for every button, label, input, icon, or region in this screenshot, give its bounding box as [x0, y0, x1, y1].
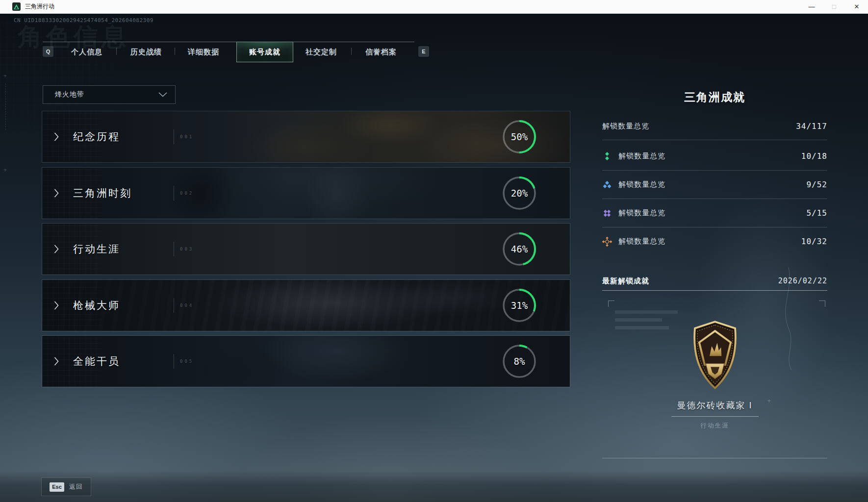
minimize-button[interactable]: — [800, 0, 823, 14]
unlock-group-row: 解锁数量总览 5/15 [602, 199, 827, 227]
chevron-right-icon [54, 132, 59, 141]
unlock-group-row: 解锁数量总览 10/32 [602, 227, 827, 255]
unlock-group-row: 解锁数量总览 10/18 [602, 142, 827, 170]
banner-overlay [42, 111, 570, 162]
chevron-down-icon [158, 92, 167, 97]
category-index: 005 [180, 359, 194, 364]
summary-value: 34/117 [796, 122, 827, 131]
divider [174, 186, 174, 201]
back-label: 返回 [69, 482, 83, 491]
edge-decoration [5, 83, 6, 130]
progress-ring: 50% [502, 120, 536, 154]
sidebar-title: 三角洲成就 [602, 90, 827, 105]
dropdown-selected-value: 烽火地带 [55, 90, 84, 99]
group-value: 5/15 [806, 208, 827, 218]
chevron-right-icon [54, 245, 59, 253]
divider [174, 129, 174, 144]
badge-name: 曼德尔砖收藏家 I [602, 400, 827, 411]
divider [602, 140, 827, 140]
category-index: 001 [180, 134, 194, 139]
banner-overlay [42, 336, 570, 387]
tab-social-custom[interactable]: 社交定制 [294, 42, 349, 62]
latest-achievement-card: 曼德尔砖收藏家 I 行动生涯 + [602, 297, 827, 458]
latest-unlock-label: 最新解锁成就 [602, 276, 649, 286]
category-row-all-round-operator[interactable]: 全能干员 005 8% [42, 335, 570, 387]
tab-personal-info[interactable]: 个人信息 [59, 42, 114, 62]
mode-filter-dropdown[interactable]: 烽火地带 [43, 85, 176, 104]
unlock-summary-row: 解锁数量总览 34/117 [602, 119, 827, 133]
banner-overlay [42, 224, 570, 275]
category-index: 002 [180, 191, 194, 196]
category-row-delta-moments[interactable]: 三角洲时刻 002 20% [42, 167, 570, 219]
green-diamonds-icon [602, 151, 612, 161]
progress-percent: 46% [502, 232, 536, 266]
close-button[interactable]: ✕ [845, 0, 868, 14]
progress-ring: 8% [502, 344, 536, 378]
group-value: 9/52 [806, 180, 827, 189]
latest-unlock-date: 2026/02/22 [778, 276, 827, 285]
chevron-right-icon [54, 357, 59, 366]
divider [174, 242, 174, 256]
banner-overlay [42, 280, 570, 331]
category-label: 全能干员 [73, 354, 120, 368]
progress-percent: 8% [502, 344, 536, 378]
app-logo-icon [12, 2, 21, 11]
category-label: 纪念历程 [73, 130, 120, 144]
group-label: 解锁数量总览 [618, 237, 665, 246]
corner-bracket [819, 301, 825, 307]
prev-tab-key-hint[interactable]: Q [43, 46, 53, 57]
badge-underline [671, 416, 759, 417]
latest-unlock-header: 最新解锁成就 2026/02/22 [602, 275, 827, 287]
window-title-bar: 三角洲行动 — □ ✕ [0, 0, 868, 14]
category-row-memorial[interactable]: 纪念历程 001 50% [42, 111, 570, 163]
footer-band [0, 471, 868, 502]
plus-decoration: + [3, 167, 7, 174]
faded-text-decoration [615, 310, 678, 334]
divider [174, 298, 174, 313]
purple-diamonds-icon [602, 208, 612, 218]
divider [602, 290, 827, 291]
blue-diamonds-icon [602, 180, 612, 190]
category-row-operation-career[interactable]: 行动生涯 003 46% [42, 223, 570, 275]
group-label: 解锁数量总览 [618, 208, 665, 218]
progress-percent: 20% [502, 176, 536, 210]
group-label: 解锁数量总览 [618, 180, 665, 189]
tab-history-record[interactable]: 历史战绩 [119, 42, 174, 62]
badge-category: 行动生涯 [602, 422, 827, 430]
divider [174, 354, 174, 369]
category-index: 004 [180, 303, 194, 308]
app-window: 三角洲行动 — □ ✕ + + CN UID188333020029425474… [0, 0, 868, 502]
category-label: 三角洲时刻 [73, 186, 132, 200]
group-value: 10/18 [801, 151, 827, 161]
progress-percent: 50% [502, 120, 536, 154]
corner-bracket [608, 301, 614, 307]
group-label: 解锁数量总览 [618, 151, 665, 161]
category-row-gun-master[interactable]: 枪械大师 004 31% [42, 279, 570, 331]
chevron-right-icon [54, 189, 59, 198]
plus-decoration: + [767, 397, 771, 404]
progress-ring: 46% [502, 232, 536, 266]
achievement-badge-icon [688, 320, 742, 390]
unlock-group-row: 解锁数量总览 9/52 [602, 171, 827, 199]
chevron-right-icon [54, 301, 59, 310]
progress-ring: 31% [502, 288, 536, 323]
tab-detailed-data[interactable]: 详细数据 [176, 42, 231, 62]
summary-label: 解锁数量总览 [602, 122, 649, 131]
next-tab-key-hint[interactable]: E [418, 46, 429, 57]
tab-account-achievements[interactable]: 账号成就 [236, 42, 293, 62]
tab-separator [175, 48, 175, 55]
category-label: 枪械大师 [73, 299, 120, 312]
category-index: 003 [180, 247, 194, 251]
tab-separator [116, 48, 117, 55]
tab-reputation-file[interactable]: 信誉档案 [354, 42, 408, 62]
esc-key-hint: Esc [50, 482, 64, 492]
category-label: 行动生涯 [73, 242, 120, 256]
window-title: 三角洲行动 [25, 2, 54, 11]
progress-percent: 31% [502, 288, 536, 323]
progress-ring: 20% [502, 176, 536, 210]
back-button[interactable]: Esc 返回 [41, 477, 91, 496]
plus-decoration: + [3, 73, 7, 79]
tab-separator [351, 48, 352, 55]
orange-diamonds-icon [602, 237, 612, 247]
maximize-button[interactable]: □ [823, 0, 845, 14]
